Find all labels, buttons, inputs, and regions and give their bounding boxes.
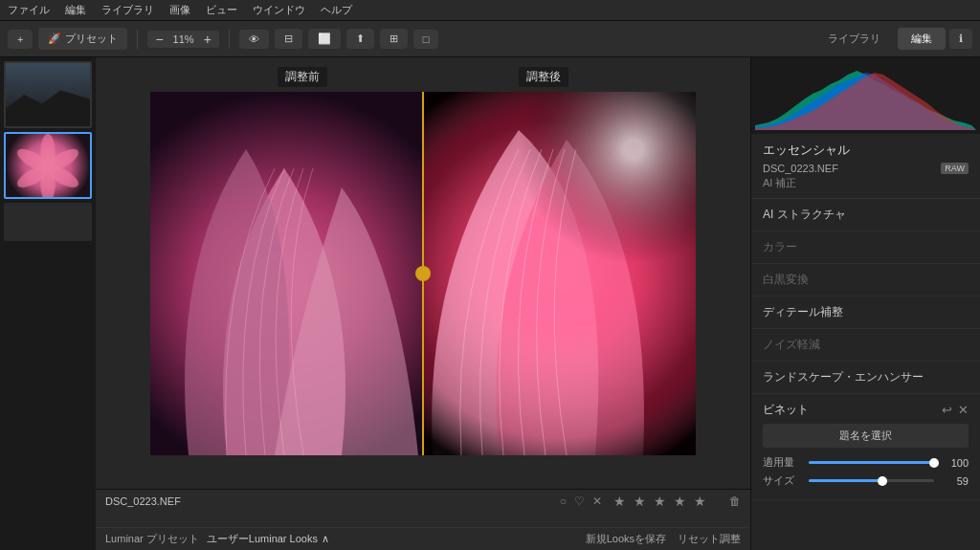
- presets-right: 新規Looksを保存 リセット調整: [586, 532, 741, 546]
- info-button[interactable]: ℹ: [949, 29, 972, 49]
- right-panel: エッセンシャル DSC_0223.NEF RAW AI 補正 AI ストラクチャ…: [750, 57, 980, 550]
- slider-fill-amount: [809, 461, 934, 464]
- rocket-icon: 🚀: [48, 33, 61, 45]
- slider-track-amount[interactable]: [809, 461, 934, 464]
- section-landscape[interactable]: ランドスケープ・エンハンサー: [751, 362, 980, 394]
- menu-view[interactable]: ビュー: [206, 3, 237, 17]
- after-side: [423, 92, 696, 455]
- compare-container: [150, 92, 696, 455]
- menu-edit[interactable]: 編集: [65, 3, 86, 17]
- star-3[interactable]: ★: [654, 494, 666, 509]
- section-label-0: AI ストラクチャ: [763, 207, 846, 223]
- slider-row-size: サイズ 59: [763, 473, 969, 488]
- raw-badge: RAW: [941, 163, 969, 174]
- before-side: [150, 92, 423, 455]
- slider-row-amount: 適用量 100: [763, 455, 969, 470]
- vignette-controls: ↩ ✕: [942, 403, 969, 417]
- filmstrip: [0, 57, 96, 550]
- filename-text: DSC_0223.NEF: [105, 495, 181, 507]
- star-4[interactable]: ★: [674, 494, 686, 509]
- zoom-minus[interactable]: −: [153, 33, 165, 46]
- user-looks[interactable]: ユーザーLuminar Looks ∧: [207, 532, 329, 546]
- preset-label: プリセット: [65, 32, 118, 46]
- add-button[interactable]: +: [8, 30, 33, 49]
- thumbnail-partial[interactable]: [4, 203, 92, 241]
- vignette-title: ビネット: [763, 402, 809, 418]
- edit-tab[interactable]: 編集: [898, 28, 946, 50]
- export-button[interactable]: ⬆: [346, 29, 374, 49]
- file-info: DSC_0223.NEF RAW: [763, 163, 969, 174]
- vignette-undo[interactable]: ↩: [942, 403, 952, 417]
- before-canvas: [150, 92, 423, 455]
- eye-button[interactable]: 👁: [239, 30, 269, 49]
- split-view-button[interactable]: ⊟: [275, 29, 302, 49]
- x-icon[interactable]: ✕: [592, 495, 602, 508]
- crop-button[interactable]: ⬜: [308, 29, 341, 49]
- section-label-3: ディテール補整: [763, 304, 843, 320]
- library-tab[interactable]: ライブラリ: [814, 28, 894, 50]
- section-bw[interactable]: 白黒変換: [751, 264, 980, 297]
- reset-adj-btn[interactable]: リセット調整: [678, 532, 741, 546]
- save-looks-btn[interactable]: 新規Looksを保存: [586, 532, 666, 546]
- menu-help[interactable]: ヘルプ: [321, 3, 352, 17]
- thumbnail-1[interactable]: [4, 61, 92, 128]
- preset-label-text: Luminar プリセット: [105, 532, 199, 546]
- name-select-btn[interactable]: 題名を選択: [763, 424, 969, 448]
- delete-icon[interactable]: 🗑: [729, 495, 741, 508]
- star-1[interactable]: ★: [613, 494, 626, 509]
- split-line[interactable]: [422, 92, 424, 455]
- star-2[interactable]: ★: [634, 494, 646, 509]
- slider-value-size: 59: [942, 475, 969, 487]
- vignette-close[interactable]: ✕: [958, 403, 969, 417]
- essential-section: エッセンシャル DSC_0223.NEF RAW AI 補正: [751, 134, 980, 199]
- section-color[interactable]: カラー: [751, 231, 980, 264]
- vignette-header: ビネット ↩ ✕: [763, 402, 969, 418]
- zoom-plus[interactable]: +: [202, 33, 213, 46]
- menu-file[interactable]: ファイル: [8, 3, 50, 17]
- menu-image[interactable]: 画像: [169, 3, 190, 17]
- separator: [137, 30, 138, 49]
- slider-thumb-amount: [929, 458, 939, 468]
- section-noise[interactable]: ノイズ軽減: [751, 329, 980, 362]
- slider-thumb-size: [878, 476, 887, 486]
- grid-button[interactable]: ⊞: [380, 29, 408, 49]
- plus-icon: +: [17, 33, 23, 45]
- slider-track-size[interactable]: [809, 479, 934, 482]
- menu-window[interactable]: ウインドウ: [253, 3, 305, 17]
- separator2: [229, 30, 230, 49]
- section-detail[interactable]: ディテール補整: [751, 297, 980, 329]
- zoom-control: − 11% +: [147, 31, 218, 48]
- star-5[interactable]: ★: [694, 494, 706, 509]
- file-name: DSC_0223.NEF: [763, 163, 838, 174]
- section-ai-structure[interactable]: AI ストラクチャ: [751, 199, 980, 231]
- filename-bar: DSC_0223.NEF ○ ♡ ✕ ★ ★ ★ ★ ★ 🗑: [96, 490, 750, 513]
- essential-title: エッセンシャル: [763, 142, 969, 159]
- thumbnail-2[interactable]: [4, 132, 92, 199]
- slider-label-amount: 適用量: [763, 455, 801, 470]
- canvas-area: 調整前 調整後 DSC_0223.NE: [96, 57, 750, 550]
- zoom-value: 11%: [169, 33, 198, 45]
- ai-correction: AI 補正: [763, 176, 969, 190]
- heart-icon[interactable]: ♡: [574, 495, 585, 508]
- slider-value-amount: 100: [942, 457, 969, 469]
- vignette-section: ビネット ↩ ✕ 題名を選択 適用量 100 サイズ: [751, 394, 980, 500]
- section-label-2: 白黒変換: [763, 272, 809, 288]
- chevron-up-icon: ∧: [322, 533, 329, 545]
- menubar: ファイル 編集 ライブラリ 画像 ビュー ウインドウ ヘルプ: [0, 0, 980, 21]
- after-canvas: [423, 92, 696, 455]
- section-label-5: ランドスケープ・エンハンサー: [763, 369, 924, 385]
- toolbar: + 🚀 プリセット − 11% + 👁 ⊟ ⬜ ⬆ ⊞ □ ライブラリ 編集 ℹ: [0, 21, 980, 57]
- slider-label-size: サイズ: [763, 473, 801, 488]
- menu-library[interactable]: ライブラリ: [101, 3, 154, 17]
- preset-button[interactable]: 🚀 プリセット: [38, 28, 127, 50]
- main-layout: 調整前 調整後 DSC_0223.NE: [0, 57, 980, 550]
- histogram-area: [751, 57, 980, 134]
- section-label-1: カラー: [763, 239, 797, 255]
- slider-fill-size: [809, 479, 882, 482]
- split-handle[interactable]: [415, 266, 431, 281]
- circle-icon[interactable]: ○: [560, 495, 567, 508]
- rating-area: ○ ♡ ✕ ★ ★ ★ ★ ★: [560, 494, 706, 509]
- image-compare[interactable]: [96, 57, 750, 489]
- user-looks-text: ユーザーLuminar Looks: [207, 532, 318, 546]
- single-view-button[interactable]: □: [413, 30, 439, 49]
